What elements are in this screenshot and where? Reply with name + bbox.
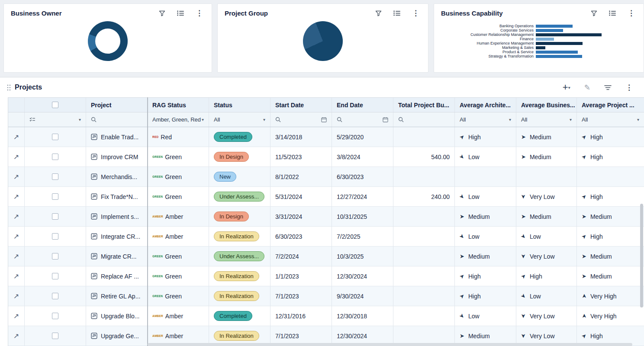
priority-icon: ➤ — [519, 292, 527, 300]
row-checkbox[interactable] — [52, 193, 58, 200]
project-cell[interactable]: Merchandis... — [86, 167, 148, 186]
kebab-menu-icon[interactable]: ⋮ — [196, 10, 203, 17]
open-record-icon[interactable]: ↗ — [13, 133, 19, 141]
row-checkbox[interactable] — [52, 134, 58, 140]
priority-icon: ➤ — [458, 232, 466, 240]
open-record-icon[interactable]: ↗ — [13, 272, 19, 280]
panel-title: Projects — [15, 83, 42, 91]
row-checkbox[interactable] — [52, 173, 58, 180]
open-record-icon[interactable]: ↗ — [13, 212, 19, 221]
avg-project-filter-dropdown[interactable]: All▾ — [577, 112, 644, 127]
list-icon[interactable] — [177, 10, 184, 16]
row-checkbox[interactable] — [52, 273, 58, 279]
row-checkbox[interactable] — [52, 253, 58, 260]
row-checkbox[interactable] — [52, 154, 58, 160]
filter-icon[interactable] — [375, 10, 382, 16]
project-cell[interactable]: Retire GL Ap... — [86, 286, 148, 306]
avg-architecture-filter-dropdown[interactable]: All▾ — [455, 112, 516, 127]
rag-label: Amber — [165, 233, 183, 240]
open-record-icon[interactable]: ↗ — [13, 192, 19, 201]
avg-architecture-cell: ➤Medium — [455, 247, 516, 266]
project-cell[interactable]: Implement s... — [86, 207, 148, 226]
column-header-0[interactable]: Project — [86, 98, 148, 112]
bar-row: Strategy & Transformation — [434, 54, 606, 58]
edit-icon[interactable]: ✎ — [584, 83, 590, 92]
horizontal-scrollbar[interactable] — [148, 343, 632, 346]
project-icon — [91, 253, 97, 260]
drag-handle-icon[interactable] — [7, 84, 11, 91]
filter-icon[interactable] — [159, 10, 165, 16]
column-header-8[interactable]: Average Project ... — [577, 98, 644, 112]
project-cell[interactable]: Integrate CR... — [86, 227, 148, 246]
row-checkbox[interactable] — [52, 213, 58, 220]
kebab-menu-icon[interactable]: ⋮ — [412, 10, 419, 17]
project-cell[interactable]: Enable Trad... — [86, 127, 148, 147]
frozen-column-divider[interactable] — [147, 97, 148, 346]
open-record-icon[interactable]: ↗ — [13, 292, 19, 300]
row-checkbox[interactable] — [52, 233, 58, 240]
rag-filter-dropdown[interactable]: Amber, Green, Red▾ — [148, 112, 209, 127]
end-date-search-input[interactable] — [332, 112, 393, 127]
checklist-icon — [29, 117, 35, 122]
priority-icon: ➤ — [582, 253, 586, 260]
column-header-4[interactable]: End Date — [332, 98, 393, 112]
project-cell[interactable]: Replace AF ... — [86, 266, 148, 286]
select-all-checkbox[interactable] — [52, 102, 58, 108]
project-search-input[interactable] — [86, 112, 148, 127]
list-icon[interactable] — [609, 10, 616, 16]
column-header-2[interactable]: Status — [209, 98, 270, 112]
status-filter-dropdown[interactable]: All▾ — [209, 112, 270, 127]
filter-list-icon[interactable] — [604, 85, 612, 90]
project-cell[interactable]: Upgrade Ge... — [86, 326, 148, 346]
project-group-chart — [303, 21, 343, 61]
open-record-icon[interactable]: ↗ — [13, 332, 19, 340]
avg-architecture-cell: ➤Low — [455, 187, 516, 206]
project-cell[interactable]: Improve CRM — [86, 147, 148, 167]
start-date-cell: 7/1/2023 — [270, 286, 332, 306]
row-checkbox[interactable] — [52, 333, 58, 339]
avg-project-cell: ➤Very High — [577, 306, 644, 326]
select-cell — [25, 187, 86, 206]
project-icon — [91, 213, 97, 220]
priority-label: High — [468, 293, 481, 300]
row-checkbox[interactable] — [52, 293, 58, 299]
expand-cell: ↗ — [8, 247, 25, 266]
list-icon[interactable] — [393, 10, 400, 16]
filter-icon[interactable] — [591, 10, 597, 16]
column-header-1[interactable]: RAG Status — [148, 98, 209, 112]
project-cell[interactable]: Migrate CR... — [86, 247, 148, 266]
avg-business-cell: ➤Medium — [516, 207, 577, 226]
projects-panel: Projects +▾ ✎ ⋮ ProjectRAG StatusStatusS… — [0, 77, 644, 346]
status-cell: Completed — [209, 306, 270, 326]
kebab-menu-icon[interactable]: ⋮ — [628, 10, 635, 17]
open-record-icon[interactable]: ↗ — [13, 173, 19, 181]
open-record-icon[interactable]: ↗ — [13, 153, 19, 161]
expand-cell: ↗ — [8, 127, 25, 147]
column-header-3[interactable]: Start Date — [270, 98, 332, 112]
add-row-button[interactable]: +▾ — [563, 83, 570, 92]
avg-architecture-cell: ➤High — [455, 266, 516, 286]
open-record-icon[interactable]: ↗ — [13, 312, 19, 320]
status-badge: Completed — [214, 132, 252, 142]
open-record-icon[interactable]: ↗ — [13, 232, 19, 240]
select-filter-dropdown[interactable]: ▾ — [25, 112, 86, 127]
project-cell[interactable]: Fix Trade*N... — [86, 187, 148, 206]
table-row: ↗Enable Trad...REDRedCompleted3/14/20185… — [8, 127, 644, 147]
start-date-search-input[interactable] — [270, 112, 332, 127]
open-record-icon[interactable]: ↗ — [13, 252, 19, 260]
rag-status-cell: GREENGreen — [148, 266, 209, 286]
select-cell — [25, 227, 86, 246]
row-checkbox[interactable] — [52, 313, 58, 319]
budget-search-input[interactable] — [393, 112, 455, 127]
kebab-menu-icon[interactable]: ⋮ — [625, 84, 633, 91]
avg-project-cell: ➤Medium — [577, 207, 644, 226]
priority-label: Medium — [590, 273, 612, 280]
vertical-scrollbar[interactable] — [640, 204, 643, 308]
project-cell[interactable]: Upgrade Blo... — [86, 306, 148, 326]
priority-icon: ➤ — [582, 273, 586, 279]
column-header-7[interactable]: Average Busines... — [516, 98, 577, 112]
rag-code-label: AMBER — [152, 215, 163, 218]
column-header-5[interactable]: Total Project Bu... — [393, 98, 455, 112]
avg-business-filter-dropdown[interactable]: All▾ — [516, 112, 577, 127]
column-header-6[interactable]: Average Archite... — [455, 98, 516, 112]
